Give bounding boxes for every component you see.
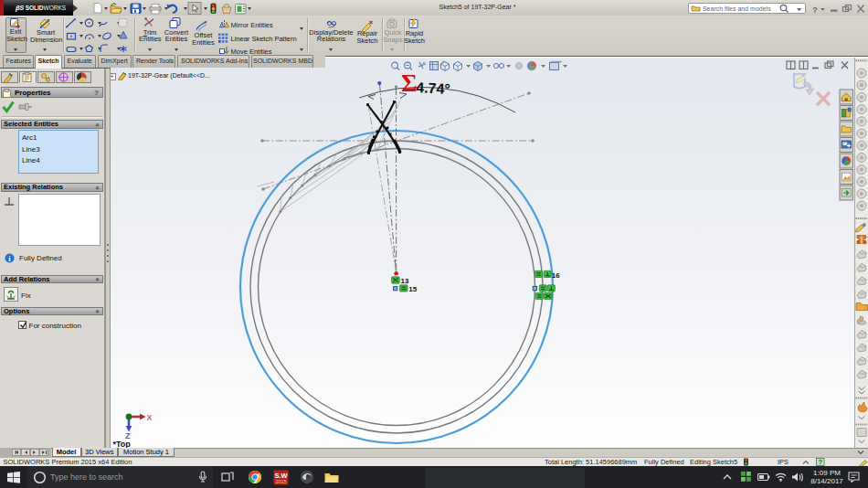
svg-text:2015: 2015 <box>275 479 286 484</box>
svg-text:16: 16 <box>552 271 560 280</box>
svg-text:*Top: *Top <box>113 440 132 449</box>
svg-text:?: ? <box>818 458 822 466</box>
svg-text:13: 13 <box>401 277 409 285</box>
svg-text:X: X <box>147 413 153 422</box>
svg-text:15: 15 <box>408 285 417 293</box>
svg-text:4.74°: 4.74° <box>416 80 450 97</box>
